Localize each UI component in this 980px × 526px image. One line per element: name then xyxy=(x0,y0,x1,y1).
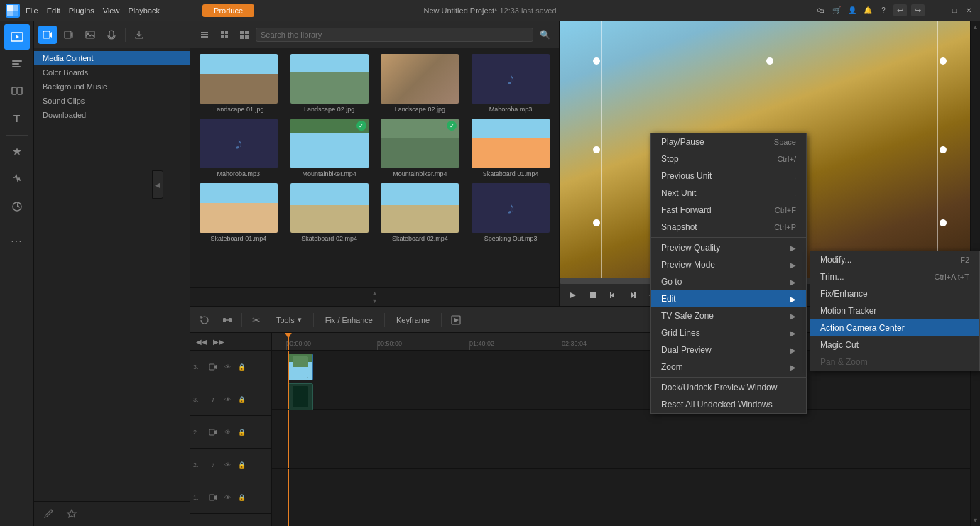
tl-scroll-right-btn[interactable]: ▶▶ xyxy=(210,333,227,350)
draw-pen-btn[interactable] xyxy=(40,505,58,523)
tl-cut-icon[interactable]: ✂ xyxy=(248,312,265,329)
sidebar-color-icon[interactable] xyxy=(4,194,30,219)
tl-media-btn[interactable] xyxy=(447,312,464,329)
scroll-down-icon[interactable]: ▼ xyxy=(371,297,378,305)
list-item[interactable]: Landscape 02.jpg xyxy=(284,51,375,116)
corner-handle-br[interactable] xyxy=(940,219,947,226)
menu-file[interactable]: File xyxy=(26,6,38,15)
produce-button[interactable]: Produce xyxy=(202,4,254,17)
ctx-edit-active[interactable]: Edit ▶ xyxy=(651,290,806,307)
tl-snap-btn[interactable] xyxy=(219,312,236,329)
ctx-snapshot[interactable]: Snapshot Ctrl+P xyxy=(651,219,806,236)
tl-keyframe-btn[interactable]: Keyframe xyxy=(391,314,435,327)
media-tool-video-btn[interactable] xyxy=(38,26,57,44)
tl-fix-btn[interactable]: Fix / Enhance xyxy=(320,314,379,327)
undo-button[interactable]: ↩ xyxy=(893,4,907,16)
account-icon[interactable]: 👤 xyxy=(846,5,858,16)
ctx-play-pause[interactable]: Play/Pause Space xyxy=(651,133,806,150)
maximize-button[interactable]: □ xyxy=(949,5,960,16)
track-eye-btn[interactable]: 👁 xyxy=(222,394,233,405)
ctx-preview-mode[interactable]: Preview Mode ▶ xyxy=(651,256,806,273)
track-eye-btn[interactable]: 👁 xyxy=(222,427,233,438)
menu-view[interactable]: View xyxy=(103,6,120,15)
menu-playback[interactable]: Playback xyxy=(128,6,160,15)
notification-icon[interactable]: 🔔 xyxy=(862,5,873,16)
help-icon[interactable]: ? xyxy=(878,5,889,16)
edit-sub-fix[interactable]: Fix/Enhance xyxy=(810,285,979,302)
menu-plugins[interactable]: Plugins xyxy=(69,6,94,15)
ctx-prev-unit[interactable]: Previous Unit , xyxy=(651,168,806,185)
ctx-goto[interactable]: Go to ▶ xyxy=(651,273,806,290)
edge-handle-ml[interactable] xyxy=(593,146,600,153)
media-nav-sound-clips[interactable]: Sound Clips xyxy=(34,94,190,108)
store-icon[interactable]: 🛍 xyxy=(815,5,827,16)
ctx-next-unit[interactable]: Next Unit . xyxy=(651,185,806,202)
lib-view-large-btn[interactable] xyxy=(236,26,253,43)
menu-edit[interactable]: Edit xyxy=(47,6,60,15)
edit-sub-magic-cut[interactable]: Magic Cut xyxy=(810,336,979,354)
stop-btn[interactable] xyxy=(585,287,601,303)
media-nav-color-boards[interactable]: Color Boards xyxy=(34,65,190,80)
lib-view-grid-btn[interactable] xyxy=(216,26,233,43)
track-eye-btn[interactable]: 👁 xyxy=(222,361,233,373)
edit-sub-modify[interactable]: Modify... F2 xyxy=(810,251,979,268)
track-lock-btn[interactable]: 🔒 xyxy=(236,459,247,471)
main-scroll-up-btn[interactable]: ▲ xyxy=(970,21,980,33)
track-eye-btn[interactable]: 👁 xyxy=(222,492,233,503)
tl-tools-btn[interactable]: Tools ▾ xyxy=(271,313,307,327)
media-import-btn[interactable] xyxy=(130,26,148,44)
media-nav-downloaded[interactable]: Downloaded xyxy=(34,108,190,122)
tl-scroll-left-btn[interactable]: ◀◀ xyxy=(193,333,210,350)
panel-collapse-btn[interactable]: ◀ xyxy=(152,170,163,199)
corner-handle-tl[interactable] xyxy=(593,57,600,65)
track-lock-btn[interactable]: 🔒 xyxy=(236,427,247,438)
lib-search-btn[interactable]: 🔍 xyxy=(536,26,553,43)
ctx-stop[interactable]: Stop Ctrl+/ xyxy=(651,150,806,168)
track-clip[interactable] xyxy=(288,354,313,380)
sidebar-transitions-icon[interactable] xyxy=(4,78,30,104)
media-tool-image-btn[interactable] xyxy=(81,26,99,44)
cart-icon[interactable]: 🛒 xyxy=(831,5,842,16)
play-btn[interactable] xyxy=(565,287,581,303)
media-tool-audio-btn[interactable] xyxy=(102,26,121,44)
sidebar-media-icon[interactable] xyxy=(4,24,30,50)
library-search-input[interactable] xyxy=(256,28,533,42)
draw-shape-btn[interactable] xyxy=(62,505,81,523)
list-item[interactable]: ♪ Mahoroba.mp3 xyxy=(465,51,556,116)
list-item[interactable]: Landscape 01.jpg xyxy=(193,51,284,116)
ctx-grid-lines[interactable]: Grid Lines ▶ xyxy=(651,324,806,341)
edit-sub-trim[interactable]: Trim... Ctrl+Alt+T xyxy=(810,268,979,285)
sidebar-more-icon[interactable]: ··· xyxy=(4,229,30,254)
minimize-button[interactable]: — xyxy=(935,5,946,16)
lib-view-list-btn[interactable] xyxy=(196,26,213,43)
ctx-dual-preview[interactable]: Dual Preview ▶ xyxy=(651,341,806,358)
track-lock-btn[interactable]: 🔒 xyxy=(236,492,247,503)
ctx-reset-undocked[interactable]: Reset All Undocked Windows xyxy=(651,396,806,413)
list-item[interactable]: ✓ Mountainbiker.mp4 xyxy=(284,116,375,180)
ctx-preview-quality[interactable]: Preview Quality ▶ xyxy=(651,239,806,256)
ctx-zoom[interactable]: Zoom ▶ xyxy=(651,358,806,376)
ctx-dock-undock[interactable]: Dock/Undock Preview Window xyxy=(651,379,806,396)
sidebar-effects-icon[interactable] xyxy=(4,140,30,165)
track-clip-audio[interactable] xyxy=(288,383,313,410)
sidebar-audio-icon[interactable] xyxy=(4,167,30,192)
edit-sub-action-cam[interactable]: Action Camera Center xyxy=(810,319,979,336)
tl-undo-btn[interactable] xyxy=(196,312,213,329)
list-item[interactable]: Skateboard 01.mp4 xyxy=(465,116,556,180)
edit-sub-motion[interactable]: Motion Tracker xyxy=(810,302,979,319)
sidebar-timeline-icon[interactable] xyxy=(4,51,30,77)
sidebar-text-icon[interactable]: T xyxy=(4,105,30,131)
list-item[interactable]: Skateboard 02.mp4 xyxy=(284,180,375,245)
edge-handle-tm[interactable] xyxy=(766,57,773,65)
list-item[interactable]: ♪ Mahoroba.mp3 xyxy=(193,116,284,180)
edge-handle-mr[interactable] xyxy=(940,146,947,153)
track-eye-btn[interactable]: 👁 xyxy=(222,459,233,471)
ctx-fast-forward[interactable]: Fast Forward Ctrl+F xyxy=(651,202,806,219)
next-frame-btn[interactable] xyxy=(625,287,641,303)
media-tool-video2-btn[interactable] xyxy=(60,26,78,44)
track-lock-btn[interactable]: 🔒 xyxy=(236,361,247,373)
close-button[interactable]: ✕ xyxy=(963,5,974,16)
list-item[interactable]: Skateboard 02.mp4 xyxy=(375,180,466,245)
track-lock-btn[interactable]: 🔒 xyxy=(236,394,247,405)
list-item[interactable]: Skateboard 01.mp4 xyxy=(193,180,284,245)
